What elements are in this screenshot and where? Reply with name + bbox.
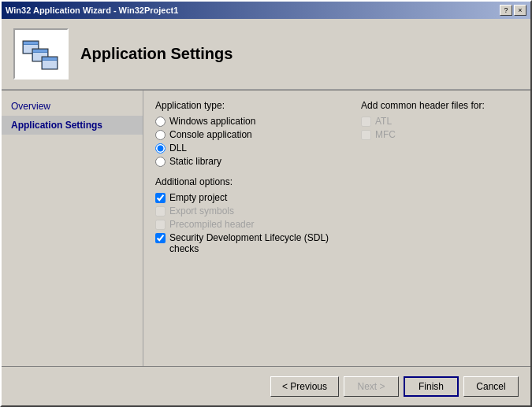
window-title: Win32 Application Wizard - Win32Project1 (6, 6, 178, 15)
radio-console-input[interactable] (155, 130, 166, 140)
additional-options-group: Empty project Export symbols Precompiled… (155, 192, 345, 254)
radio-windows-input[interactable] (155, 117, 166, 127)
checkbox-sdl-label: Security Development Lifecycle (SDL) che… (169, 232, 345, 254)
main-window: Win32 Application Wizard - Win32Project1… (0, 0, 532, 407)
svg-rect-8 (43, 61, 57, 68)
radio-dll-label[interactable]: DLL (169, 142, 187, 154)
app-type-radio-group: Windows application Console application … (155, 116, 345, 167)
content-area: Application Settings Overview Applicatio… (2, 19, 530, 405)
radio-console: Console application (155, 129, 345, 140)
close-button[interactable]: × (514, 5, 526, 16)
radio-static: Static library (155, 156, 345, 167)
title-bar-buttons: ? × (500, 5, 526, 16)
checkbox-precompiled: Precompiled header (155, 219, 345, 230)
checkbox-mfc-label: MFC (375, 129, 396, 140)
footer: < Previous Next > Finish Cancel (2, 366, 530, 405)
header-section: Application Settings (2, 19, 530, 90)
checkbox-precompiled-label: Precompiled header (169, 219, 254, 230)
radio-static-input[interactable] (155, 157, 166, 167)
checkbox-sdl-input[interactable] (155, 233, 166, 243)
checkbox-mfc: MFC (361, 129, 519, 140)
radio-static-label[interactable]: Static library (169, 156, 221, 167)
checkbox-atl-label: ATL (375, 116, 392, 127)
previous-button[interactable]: < Previous (270, 376, 339, 397)
two-col-layout: Application type: Windows application Co… (155, 100, 519, 254)
main-body: Overview Application Settings Applicatio… (2, 90, 530, 366)
svg-rect-4 (33, 50, 47, 52)
radio-dll-input[interactable] (155, 143, 166, 154)
common-headers-group: ATL MFC (361, 116, 519, 140)
sidebar: Overview Application Settings (2, 91, 143, 366)
radio-windows: Windows application (155, 116, 345, 127)
checkbox-mfc-input[interactable] (361, 130, 371, 140)
settings-panel: Application type: Windows application Co… (143, 91, 530, 366)
wizard-icon (13, 28, 69, 80)
checkbox-empty-input[interactable] (155, 193, 166, 203)
checkbox-atl: ATL (361, 116, 519, 127)
header-title: Application Settings (80, 45, 233, 63)
sdl-label-text: Security Development Lifecycle (SDL) che… (169, 232, 345, 254)
svg-rect-7 (43, 57, 57, 60)
checkbox-precompiled-input[interactable] (155, 220, 166, 230)
checkbox-sdl: Security Development Lifecycle (SDL) che… (155, 232, 345, 254)
sidebar-item-overview[interactable]: Overview (2, 97, 143, 116)
additional-options-label: Additional options: (155, 176, 345, 187)
checkbox-empty-label[interactable]: Empty project (169, 192, 227, 203)
checkbox-export-input[interactable] (155, 206, 166, 216)
next-button[interactable]: Next > (344, 376, 399, 397)
checkbox-atl-input[interactable] (361, 117, 371, 127)
cancel-button[interactable]: Cancel (463, 376, 519, 397)
radio-console-label[interactable]: Console application (169, 129, 252, 140)
svg-rect-1 (24, 42, 38, 44)
radio-dll: DLL (155, 142, 345, 154)
right-column: Add common header files for: ATL MFC (361, 100, 519, 254)
radio-windows-label[interactable]: Windows application (169, 116, 255, 127)
app-type-label: Application type: (155, 100, 345, 111)
help-button[interactable]: ? (500, 5, 512, 16)
checkbox-export: Export symbols (155, 205, 345, 216)
title-bar: Win32 Application Wizard - Win32Project1… (2, 2, 530, 19)
sidebar-item-application-settings[interactable]: Application Settings (2, 116, 143, 135)
finish-button[interactable]: Finish (404, 376, 459, 397)
checkbox-export-label: Export symbols (169, 205, 234, 216)
left-column: Application type: Windows application Co… (155, 100, 345, 254)
common-headers-label: Add common header files for: (361, 100, 519, 111)
checkbox-empty: Empty project (155, 192, 345, 203)
